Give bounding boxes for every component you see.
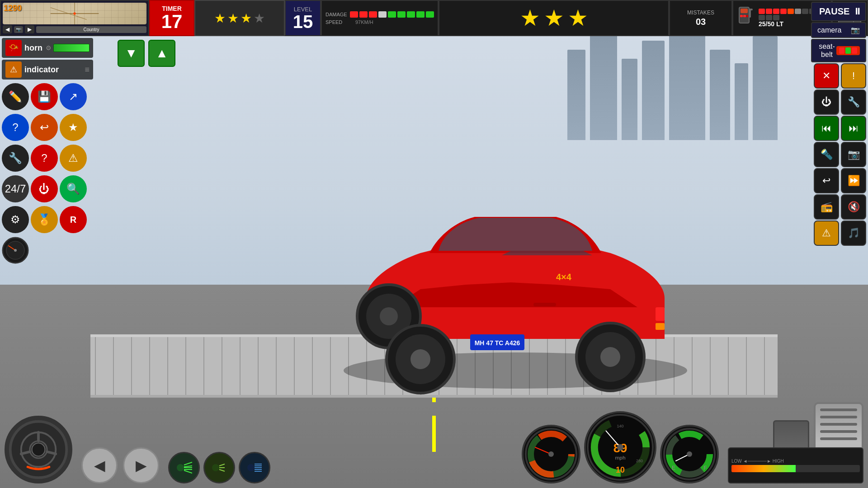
nosound-btn[interactable]: 🔇 — [841, 194, 866, 220]
warning-btn[interactable]: ⚠ — [60, 145, 87, 172]
exclaim-btn[interactable]: ! — [841, 63, 866, 89]
nav-arrows: ◀ ▶ — [81, 447, 159, 483]
wrench-btn[interactable]: 🔧 — [2, 145, 29, 172]
nav-down-btn[interactable]: ▼ — [118, 40, 145, 67]
hdot-5 — [388, 11, 396, 18]
flashlight-btn[interactable]: 🔦 — [814, 142, 839, 167]
icon-grid-1: ✏️ 💾 ↗ — [2, 83, 93, 110]
svg-text:140: 140 — [617, 424, 624, 428]
edit-btn[interactable]: ✏️ — [2, 83, 29, 110]
stars-section: ★ ★ ★ ★ — [194, 0, 285, 36]
svg-rect-15 — [533, 303, 556, 306]
map-section: 1290 ◀ 📷 ▶ Country — [0, 0, 149, 36]
prev-btn[interactable]: ⏮ — [814, 116, 839, 141]
nav-up-btn[interactable]: ▲ — [148, 40, 175, 67]
radio-btn[interactable]: 📻 — [814, 194, 839, 220]
timer-section: TIMER 17 — [149, 0, 194, 36]
right-row-3: ⏮ ⏭ — [811, 116, 866, 141]
clock-btn[interactable]: 24/7 — [2, 175, 29, 202]
save-btn[interactable]: 💾 — [31, 83, 58, 110]
sb-seg-1 — [839, 47, 844, 54]
close-btn[interactable]: ✕ — [814, 63, 839, 89]
light-btn-1[interactable] — [168, 452, 200, 483]
fdot-4 — [780, 9, 787, 14]
indicator-arrow: ≡ — [85, 65, 90, 75]
info-btn[interactable]: ? — [31, 145, 58, 172]
svg-rect-26 — [746, 15, 748, 17]
help-btn[interactable]: ? — [2, 114, 29, 141]
pause-button[interactable]: PAUSE ⏸ — [811, 2, 866, 21]
speed-gauge: 89 mph 0 280 140 10 — [584, 411, 656, 483]
fdot-11 — [766, 15, 772, 20]
power2-btn[interactable]: ⏻ — [814, 89, 839, 115]
nav-back-btn[interactable]: ◀ — [81, 447, 118, 483]
svg-point-43 — [32, 443, 45, 456]
rpm-gauge — [522, 425, 580, 483]
svg-rect-23 — [749, 9, 751, 18]
svg-text:280: 280 — [636, 459, 643, 463]
left-sidebar: 📯 horn ⚙ ⚠ indicator ≡ ✏️ 💾 ↗ ? ↩ ★ 🔧 ? … — [0, 36, 95, 343]
nav-forward-btn[interactable]: ▶ — [123, 447, 159, 483]
pedal-stripe-1 — [820, 408, 857, 411]
pause-label: PAUSE — [819, 6, 849, 17]
light-btn-2[interactable] — [203, 452, 235, 483]
medal-btn[interactable]: 🏅 — [31, 206, 58, 233]
r-btn[interactable]: R — [60, 206, 87, 233]
svg-rect-25 — [743, 15, 746, 17]
camera-button[interactable]: camera 📷 — [811, 22, 866, 38]
settings-btn[interactable]: ⚙ — [2, 206, 29, 233]
speed-label: SPEED — [326, 19, 353, 25]
light-btn-3[interactable] — [239, 452, 270, 483]
photo-btn[interactable]: 📷 — [841, 142, 866, 167]
camera-icon: 📷 — [851, 26, 860, 34]
fdot-1 — [759, 9, 765, 14]
steering-wheel[interactable] — [5, 416, 72, 483]
map-arrow-left[interactable]: ◀ — [3, 25, 12, 33]
svg-text:mph: mph — [615, 455, 625, 461]
music-btn[interactable]: 🎵 — [841, 221, 866, 246]
speedo-cluster: 89 mph 0 280 140 10 E F — [522, 411, 719, 483]
next-btn[interactable]: ⏭ — [841, 116, 866, 141]
ff-btn[interactable]: ⏩ — [841, 168, 866, 193]
map-score: 1290 — [4, 4, 22, 13]
svg-point-9 — [410, 349, 430, 369]
fuel-icon — [737, 5, 755, 31]
svg-text:E: E — [672, 465, 675, 471]
map-camera-icon: 📷 — [14, 26, 23, 33]
star-btn[interactable]: ★ — [60, 114, 87, 141]
svg-text:10: 10 — [616, 465, 625, 474]
map-grid — [3, 3, 146, 24]
seatbelt-button[interactable]: seat-belt — [811, 39, 866, 62]
star-2: ★ — [227, 11, 239, 26]
wrench2-btn[interactable]: 🔧 — [841, 89, 866, 115]
level-section: LEVEL 15 — [285, 0, 321, 36]
building-3 — [622, 59, 637, 140]
damage-row: DAMAGE — [326, 11, 434, 18]
zoom-btn[interactable]: 🔍 — [60, 175, 87, 202]
share-btn[interactable]: ↗ — [60, 83, 87, 110]
hdot-9 — [426, 11, 434, 18]
map-arrow-right[interactable]: ▶ — [25, 25, 34, 33]
star-1: ★ — [214, 11, 226, 26]
fdot-12 — [773, 15, 779, 20]
power-btn[interactable]: ⏻ — [31, 175, 58, 202]
map-bottom: ◀ 📷 ▶ Country — [3, 25, 146, 33]
highbeam-icon — [246, 460, 263, 476]
replay-btn[interactable]: ↩ — [814, 168, 839, 193]
fuel-gauge: E F — [660, 425, 719, 483]
svg-point-82 — [687, 451, 692, 457]
alert-btn[interactable]: ⚠ — [814, 221, 839, 246]
svg-point-44 — [177, 464, 184, 471]
player-car: MH 47 TC A426 4×4 — [312, 136, 719, 398]
building-7 — [735, 63, 748, 140]
undo-btn[interactable]: ↩ — [31, 114, 58, 141]
bottom-controls: ◀ ▶ — [0, 416, 868, 488]
seatbelt-label: seat-belt — [817, 42, 836, 59]
hdot-6 — [397, 11, 406, 18]
right-row-7: ⚠ 🎵 — [811, 221, 866, 246]
building-1 — [567, 50, 585, 140]
indicator-icon-bg: ⚠ — [5, 61, 22, 78]
svg-line-45 — [184, 462, 192, 465]
mgb-label-1: LOW ◄──────► HIGH — [731, 459, 860, 464]
svg-text:MH 47 TC A426: MH 47 TC A426 — [475, 339, 520, 347]
